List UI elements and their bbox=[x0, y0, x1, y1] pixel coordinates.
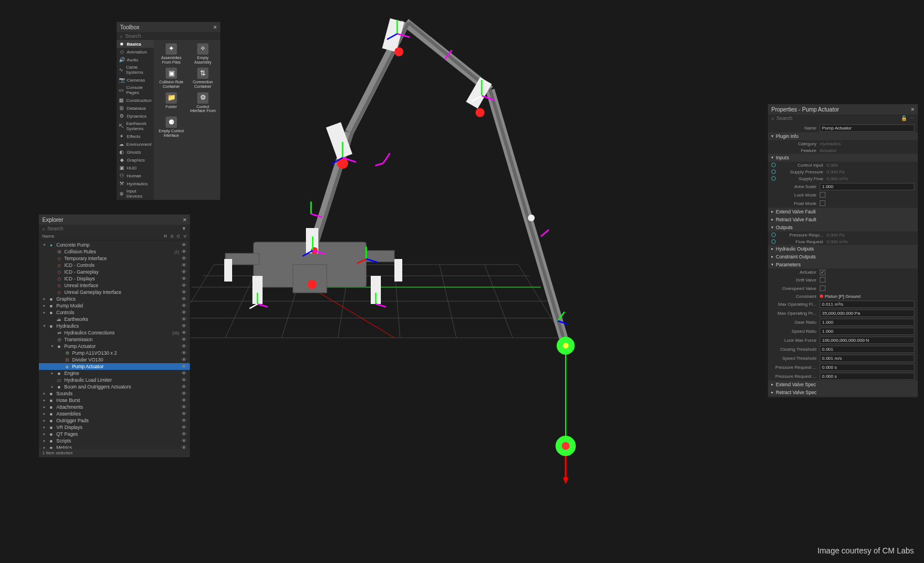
visibility-icon[interactable]: 👁 bbox=[181, 377, 186, 383]
expand-caret-icon[interactable]: ▸ bbox=[43, 425, 48, 430]
toolbox-item[interactable]: ⇅Connection Container bbox=[188, 66, 218, 90]
visibility-icon[interactable]: 👁 bbox=[181, 283, 186, 288]
port-icon[interactable] bbox=[771, 169, 776, 174]
section-retract-valve-spec[interactable]: ▸Retract Valve Spec bbox=[768, 388, 918, 396]
lock-mode-checkbox[interactable] bbox=[820, 192, 825, 198]
tree-item[interactable]: ◇Unreal Interface👁 bbox=[39, 282, 190, 289]
port-icon[interactable] bbox=[771, 163, 776, 167]
section-constraint-outputs[interactable]: ▸Constraint Outputs bbox=[768, 253, 918, 261]
section-inputs[interactable]: ▾Inputs bbox=[768, 154, 918, 162]
toolbox-category[interactable]: ■Basics bbox=[117, 40, 154, 48]
close-icon[interactable]: × bbox=[214, 24, 217, 30]
toolbox-category[interactable]: ◐Ghosts bbox=[117, 148, 154, 156]
tree-item[interactable]: ⊞Collision Rules(2)👁 bbox=[39, 248, 190, 255]
tree-item[interactable]: ◇Unreal Gameplay Interface👁 bbox=[39, 289, 190, 296]
section-plugin-info[interactable]: ▾Plugin Info bbox=[768, 132, 918, 140]
expand-caret-icon[interactable]: ▸ bbox=[43, 432, 48, 436]
visibility-icon[interactable]: 👁 bbox=[181, 357, 186, 363]
toolbox-item[interactable]: ✦Assemblies From Files bbox=[156, 42, 186, 65]
tree-item[interactable]: ▸■Engine👁 bbox=[39, 370, 190, 377]
visibility-icon[interactable]: 👁 bbox=[181, 262, 186, 268]
toolbox-search[interactable]: ⌕ bbox=[117, 32, 220, 40]
close-icon[interactable]: × bbox=[911, 106, 914, 113]
visibility-icon[interactable]: 👁 bbox=[181, 289, 186, 295]
visibility-icon[interactable]: 👁 bbox=[181, 411, 186, 417]
tree-item[interactable]: ▸■Attachments👁 bbox=[39, 404, 190, 410]
tree-item[interactable]: ◈Pump Actuator👁 bbox=[39, 363, 190, 370]
visibility-icon[interactable]: 👁 bbox=[181, 425, 186, 430]
speed-thr-field[interactable] bbox=[820, 355, 914, 362]
visibility-icon[interactable]: 👁 bbox=[181, 337, 186, 342]
visibility-icon[interactable]: 👁 bbox=[181, 404, 186, 410]
tree-item[interactable]: ▾■Pump Actuator👁 bbox=[39, 343, 190, 350]
tree-item[interactable]: ⊟Divider VO130👁 bbox=[39, 356, 190, 363]
tree-item[interactable]: ▸■Hose Burst👁 bbox=[39, 397, 190, 404]
toolbox-item[interactable]: ▣Collision Rule Container bbox=[156, 66, 186, 90]
port-icon[interactable] bbox=[771, 233, 776, 237]
expand-caret-icon[interactable]: ▸ bbox=[43, 405, 48, 409]
pr-req2-field[interactable] bbox=[820, 373, 914, 380]
lock-icon[interactable]: 🔓 bbox=[901, 115, 907, 121]
tree-item[interactable]: ▸■Controls👁 bbox=[39, 309, 190, 316]
overspeed-valve-checkbox[interactable] bbox=[820, 285, 825, 291]
max-op-pr-field[interactable] bbox=[820, 310, 914, 317]
toolbox-category[interactable]: 📷Cameras bbox=[117, 76, 154, 84]
visibility-icon[interactable]: 👁 bbox=[181, 269, 186, 275]
tree-item[interactable]: ▸■Graphics👁 bbox=[39, 296, 190, 302]
visibility-icon[interactable]: 👁 bbox=[181, 350, 186, 356]
toolbox-category[interactable]: 🔊Audio bbox=[117, 56, 154, 64]
port-icon[interactable] bbox=[771, 176, 776, 181]
visibility-icon[interactable]: 👁 bbox=[181, 256, 186, 261]
expand-caret-icon[interactable]: ▸ bbox=[43, 303, 48, 308]
section-outputs[interactable]: ▾Outputs bbox=[768, 224, 918, 231]
expand-caret-icon[interactable]: ▸ bbox=[43, 445, 48, 449]
toolbox-category[interactable]: ☁Environment bbox=[117, 140, 154, 148]
max-op-fl-field[interactable] bbox=[820, 301, 914, 308]
explorer-search[interactable]: ⌕ ▼ bbox=[39, 225, 190, 233]
visibility-icon[interactable]: 👁 bbox=[181, 343, 186, 349]
expand-caret-icon[interactable]: ▾ bbox=[43, 324, 48, 328]
tree-item[interactable]: ⇄Hydraulics Connections(98)👁 bbox=[39, 329, 190, 336]
tree-item[interactable]: ▸■QT Pages👁 bbox=[39, 431, 190, 437]
visibility-icon[interactable]: 👁 bbox=[181, 370, 186, 376]
visibility-icon[interactable]: 👁 bbox=[181, 330, 186, 336]
drift-valve-checkbox[interactable] bbox=[820, 277, 825, 283]
visibility-icon[interactable]: 👁 bbox=[181, 303, 186, 309]
float-mode-checkbox[interactable] bbox=[820, 200, 825, 206]
expand-caret-icon[interactable]: ▸ bbox=[51, 385, 56, 389]
properties-search[interactable]: ⌕ 🔓 ⋯ bbox=[768, 114, 918, 122]
sort-col[interactable]: S bbox=[171, 234, 174, 239]
visibility-icon[interactable]: 👁 bbox=[181, 445, 186, 449]
expand-caret-icon[interactable]: ▸ bbox=[51, 371, 56, 376]
toolbox-category[interactable]: ▦Construction bbox=[117, 96, 154, 104]
tree-item[interactable]: ▭Hydraulic Load Limiter👁 bbox=[39, 377, 190, 383]
expand-caret-icon[interactable]: ▸ bbox=[43, 412, 48, 416]
tree-item[interactable]: ▸■Sounds👁 bbox=[39, 390, 190, 397]
tree-item[interactable]: ◇ICD - Controls👁 bbox=[39, 262, 190, 269]
properties-search-input[interactable] bbox=[776, 115, 899, 121]
toolbox-item[interactable]: 📁Folder bbox=[156, 91, 186, 114]
visibility-icon[interactable]: 👁 bbox=[181, 391, 186, 396]
gear-ratio-field[interactable] bbox=[820, 319, 914, 326]
toolbox-item[interactable]: ✧Empty Assembly bbox=[188, 42, 218, 65]
toolbox-category[interactable]: ▣HUD bbox=[117, 164, 154, 172]
tree-item[interactable]: ⚙Pump A11VO130 x 2👁 bbox=[39, 350, 190, 356]
tree-item[interactable]: ▾●Concrete Pump👁 bbox=[39, 242, 190, 248]
visibility-icon[interactable]: 👁 bbox=[181, 323, 186, 329]
visibility-icon[interactable]: 👁 bbox=[181, 276, 186, 282]
toolbox-category[interactable]: ⊕Input Devices bbox=[117, 187, 154, 200]
visibility-icon[interactable]: 👁 bbox=[181, 242, 186, 248]
toolbox-category[interactable]: ▭Console Pages bbox=[117, 84, 154, 96]
speed-ratio-field[interactable] bbox=[820, 328, 914, 335]
tree-item[interactable]: ▸■Metrics👁 bbox=[39, 444, 190, 449]
visibility-icon[interactable]: 👁 bbox=[181, 418, 186, 423]
tree-item[interactable]: ▸■Assemblies👁 bbox=[39, 410, 190, 417]
tree-item[interactable]: ⛰Earthworks👁 bbox=[39, 316, 190, 323]
actuator-checkbox[interactable]: ✓ bbox=[820, 270, 825, 275]
pr-req1-field[interactable] bbox=[820, 364, 914, 371]
tree-item[interactable]: ◇ICD - Gameplay👁 bbox=[39, 269, 190, 275]
port-icon[interactable] bbox=[771, 239, 776, 244]
sort-col[interactable]: V bbox=[184, 234, 186, 239]
visibility-icon[interactable]: 👁 bbox=[181, 384, 186, 390]
sort-col[interactable]: R bbox=[164, 234, 167, 239]
